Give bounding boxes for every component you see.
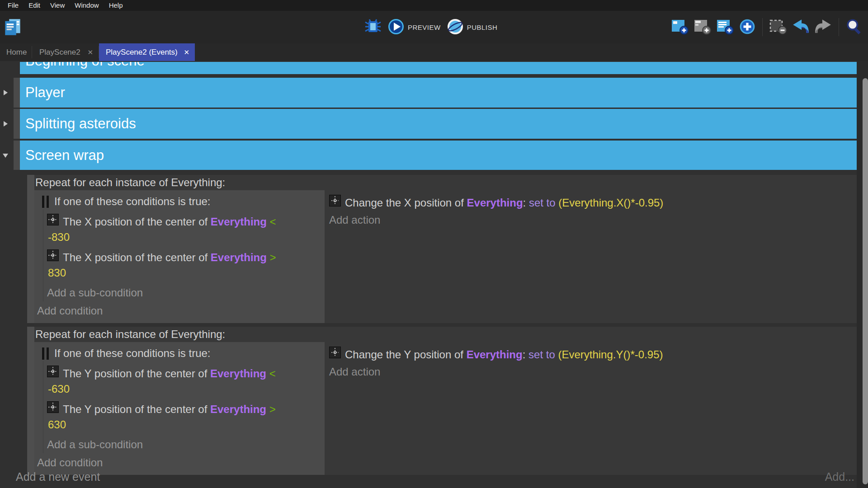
actions-column: Change the X position of Everything: set… [329, 190, 857, 323]
close-icon[interactable]: ✕ [184, 48, 189, 56]
add-condition-link[interactable]: Add condition [34, 301, 325, 319]
menu-bar: File Edit View Window Help [0, 0, 868, 11]
group-title: Beginning of scene [20, 62, 857, 74]
add-comment-icon [716, 18, 734, 37]
tab-playscene2[interactable]: PlayScene2 ✕ [32, 43, 99, 61]
chevron-right-icon[interactable] [4, 121, 8, 127]
chevron-down-icon[interactable] [3, 154, 8, 158]
conditions-panel: If one of these conditions is true: [34, 190, 325, 323]
group-header-splitting-asteroids[interactable]: Splitting asteroids [20, 109, 857, 139]
publish-button[interactable]: PUBLISH [447, 19, 498, 36]
or-condition-label: If one of these conditions is true: [54, 195, 211, 208]
tab-bar: Home PlayScene2 ✕ PlayScene2 (Events) ✕ [0, 43, 868, 61]
tab-playscene2-events[interactable]: PlayScene2 (Events) ✕ [99, 43, 195, 61]
drag-handle[interactable] [14, 109, 20, 139]
condition-text: The Y position of the center of Everythi… [63, 402, 276, 417]
add-circle-button[interactable] [739, 18, 756, 37]
publish-label: PUBLISH [467, 23, 498, 31]
search-button[interactable] [845, 18, 863, 37]
drag-handle[interactable] [27, 327, 34, 475]
position-icon [329, 195, 341, 211]
position-icon [47, 401, 59, 417]
add-sub-condition-link[interactable]: Add a sub-condition [43, 281, 325, 301]
drag-handle[interactable] [14, 78, 20, 108]
add-event-button[interactable] [671, 18, 689, 37]
group-header-player[interactable]: Player [20, 78, 857, 108]
drag-handle[interactable] [14, 141, 20, 170]
project-manager-button[interactable] [4, 19, 22, 37]
add-new-event-link[interactable]: Add a new event [16, 470, 100, 483]
redo-button[interactable] [814, 19, 832, 36]
actions-column: Change the Y position of Everything: set… [329, 342, 857, 475]
condition-value: -830 [48, 230, 325, 245]
repeat-event-header[interactable]: Repeat for each instance of Everything: [34, 175, 857, 190]
drag-handle[interactable] [27, 175, 34, 323]
events-sheet: Beginning of scene Player Splitting aste… [0, 61, 868, 488]
group-header-screen-wrap[interactable]: Screen wrap [20, 141, 857, 170]
condition-value: 630 [48, 417, 325, 432]
condition-value: -630 [48, 381, 325, 397]
undo-icon [792, 19, 810, 36]
spacer [0, 323, 868, 327]
toolbar: PREVIEW PUBLISH [0, 11, 868, 43]
delete-selection-button[interactable] [769, 18, 787, 37]
menu-file[interactable]: File [3, 0, 24, 11]
group-title: Splitting asteroids [20, 116, 136, 132]
scrollbar-gutter [857, 61, 868, 488]
menu-help[interactable]: Help [104, 0, 128, 11]
group-title: Screen wrap [20, 147, 104, 164]
action-text: Change the X position of Everything: set… [345, 195, 663, 211]
delete-selection-icon [769, 18, 787, 37]
add-subevent-icon [693, 18, 712, 37]
toolbar-center-group: PREVIEW PUBLISH [364, 18, 497, 36]
repeat-event-y[interactable]: Repeat for each instance of Everything: … [27, 327, 857, 475]
undo-button[interactable] [792, 19, 810, 36]
action-row[interactable]: Change the X position of Everything: set… [329, 195, 857, 211]
tab-home[interactable]: Home [0, 43, 32, 61]
or-condition-icon [42, 347, 49, 360]
or-condition-row[interactable]: If one of these conditions is true: [34, 342, 325, 361]
condition-row[interactable]: The Y position of the center of Everythi… [43, 397, 325, 432]
publish-globe-icon [447, 19, 463, 36]
conditions-panel: If one of these conditions is true: [34, 342, 325, 475]
group-title: Player [20, 84, 65, 101]
add-action-link[interactable]: Add action [329, 364, 857, 380]
tab-label: Home [6, 48, 27, 57]
position-icon [47, 214, 59, 230]
spacer [0, 74, 868, 78]
action-row[interactable]: Change the Y position of Everything: set… [329, 347, 857, 363]
add-condition-link[interactable]: Add condition [34, 453, 325, 470]
condition-row[interactable]: The X position of the center of Everythi… [43, 209, 325, 245]
tab-label: PlayScene2 (Events) [106, 48, 178, 57]
condition-row[interactable]: The X position of the center of Everythi… [43, 245, 325, 281]
redo-icon [814, 19, 832, 36]
condition-value: 830 [48, 265, 325, 281]
add-sub-condition-link[interactable]: Add a sub-condition [43, 432, 325, 453]
menu-edit[interactable]: Edit [24, 0, 45, 11]
or-condition-icon [42, 196, 49, 208]
condition-row[interactable]: The Y position of the center of Everythi… [43, 361, 325, 397]
condition-text: The X position of the center of Everythi… [63, 250, 276, 265]
screen-wrap-events: Repeat for each instance of Everything: … [0, 175, 868, 475]
preview-button[interactable]: PREVIEW [388, 19, 441, 36]
vertical-scrollbar[interactable] [863, 78, 868, 484]
repeat-event-header[interactable]: Repeat for each instance of Everything: [34, 327, 857, 342]
debugger-button[interactable] [364, 19, 382, 36]
menu-window[interactable]: Window [70, 0, 104, 11]
or-condition-row[interactable]: If one of these conditions is true: [34, 190, 325, 209]
repeat-event-x[interactable]: Repeat for each instance of Everything: … [27, 175, 857, 323]
add-action-link[interactable]: Add action [329, 212, 857, 228]
add-comment-button[interactable] [716, 18, 734, 37]
position-icon [47, 249, 59, 265]
toolbar-right-group [671, 18, 863, 37]
group-header-beginning-of-scene[interactable]: Beginning of scene [20, 62, 857, 74]
close-icon[interactable]: ✕ [87, 48, 93, 56]
add-more-link[interactable]: Add... [825, 470, 854, 483]
condition-text: The X position of the center of Everythi… [63, 214, 276, 230]
menu-view[interactable]: View [45, 0, 70, 11]
add-event-icon [671, 18, 689, 37]
or-condition-label: If one of these conditions is true: [54, 347, 211, 360]
add-subevent-button[interactable] [693, 18, 712, 37]
search-icon [845, 18, 863, 37]
chevron-right-icon[interactable] [4, 90, 8, 95]
